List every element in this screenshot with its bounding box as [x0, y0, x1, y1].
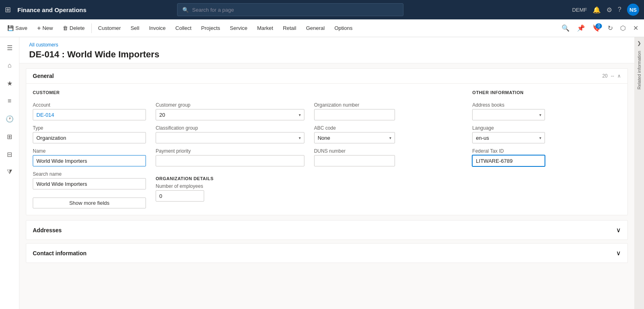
- avatar[interactable]: NS: [627, 4, 639, 16]
- addresses-title: Addresses: [33, 227, 62, 233]
- search-name-input[interactable]: [33, 178, 146, 189]
- chevron-left-icon[interactable]: ❯: [637, 40, 641, 46]
- retail-menu[interactable]: Retail: [279, 23, 300, 34]
- main-content: All customers DE-014 : World Wide Import…: [19, 37, 634, 309]
- search-icon: 🔍: [182, 7, 189, 13]
- app-title: Finance and Operations: [17, 6, 87, 13]
- refresh-icon[interactable]: ↻: [605, 23, 615, 34]
- delete-icon: 🗑: [63, 25, 68, 31]
- projects-menu[interactable]: Projects: [197, 23, 224, 34]
- open-external-icon[interactable]: ⬡: [618, 23, 628, 34]
- options-menu[interactable]: Options: [330, 23, 357, 34]
- other-info-label: OTHER INFORMATION: [472, 90, 621, 95]
- customer-section-label: CUSTOMER: [33, 90, 146, 95]
- search-name-field-group: Search name: [33, 171, 146, 189]
- search-bar[interactable]: 🔍: [177, 3, 403, 16]
- num-employees-label: Number of employees: [156, 183, 304, 189]
- middle-column-1: Customer group 20 ▾ Classification group: [156, 90, 304, 208]
- sidebar-history-icon[interactable]: 🕐: [2, 111, 17, 126]
- addresses-chevron-icon[interactable]: ∨: [616, 226, 621, 234]
- customer-menu[interactable]: Customer: [94, 23, 125, 34]
- language-select[interactable]: en-us ▾: [472, 132, 545, 143]
- type-input[interactable]: [33, 132, 146, 143]
- sidebar-home-icon[interactable]: ⌂: [2, 58, 17, 73]
- help-icon[interactable]: ?: [618, 6, 621, 13]
- apps-grid-icon[interactable]: ⊞: [5, 5, 11, 14]
- general-section: General 20 -- ∧ CUSTOMER Account: [26, 68, 628, 215]
- payment-priority-input[interactable]: [156, 155, 304, 166]
- federal-tax-id-label: Federal Tax ID: [472, 148, 621, 154]
- search-name-label: Search name: [33, 171, 146, 177]
- save-button[interactable]: 💾 Save: [3, 23, 32, 34]
- delete-button[interactable]: 🗑 Delete: [59, 23, 89, 34]
- addresses-section: Addresses ∨: [26, 220, 628, 240]
- sidebar-star-icon[interactable]: ★: [2, 76, 17, 90]
- user-label: DEMF: [572, 7, 587, 13]
- customer-group-select[interactable]: 20 ▾: [156, 109, 304, 120]
- contact-section: Contact information ∨: [26, 243, 628, 263]
- duns-number-input[interactable]: [314, 155, 395, 166]
- search-cmd-icon[interactable]: 🔍: [559, 23, 572, 34]
- classification-group-select[interactable]: ▾: [156, 132, 304, 143]
- settings-icon[interactable]: ⚙: [606, 6, 612, 14]
- num-employees-field-group: Number of employees: [156, 183, 304, 202]
- abc-code-field-group: ABC code None ▾: [314, 125, 463, 143]
- notification-icon[interactable]: 🔔: [593, 6, 601, 14]
- invoice-menu[interactable]: Invoice: [145, 23, 170, 34]
- payment-priority-field-group: Payment priority: [156, 148, 304, 166]
- section-header-right: 20 -- ∧: [602, 73, 621, 79]
- federal-tax-id-input[interactable]: [472, 155, 545, 166]
- main-layout: ☰ ⌂ ★ ≡ 🕐 ⊞ ⊟ ⧩ All customers DE-014 : W…: [0, 37, 644, 309]
- org-details-label: ORGANIZATION DETAILS: [156, 176, 304, 181]
- general-section-header[interactable]: General 20 -- ∧: [26, 69, 627, 84]
- right-panel[interactable]: ❯ Related information: [634, 37, 644, 309]
- bookmark-icon[interactable]: 🔖0: [590, 23, 603, 34]
- num-employees-input[interactable]: [156, 190, 204, 202]
- duns-number-field-group: DUNS number: [314, 148, 463, 166]
- new-button[interactable]: + New: [33, 22, 57, 34]
- abc-code-select[interactable]: None ▾: [314, 132, 395, 143]
- abc-code-label: ABC code: [314, 125, 463, 131]
- service-menu[interactable]: Service: [226, 23, 251, 34]
- collapse-icon[interactable]: ∧: [617, 73, 621, 79]
- section-count: 20: [602, 73, 608, 79]
- collect-menu[interactable]: Collect: [171, 23, 196, 34]
- org-number-input[interactable]: [314, 109, 395, 120]
- top-nav-right: DEMF 🔔 ⚙ ? NS: [572, 4, 639, 16]
- command-bar-right: 🔍 📌 🔖0 ↻ ⬡ ✕: [559, 23, 641, 34]
- account-field-group: Account: [33, 102, 146, 120]
- sell-menu[interactable]: Sell: [127, 23, 144, 34]
- name-label: Name: [33, 148, 146, 154]
- address-books-field-group: Address books ▾: [472, 102, 621, 120]
- page-title: DE-014 : World Wide Importers: [29, 49, 625, 60]
- customer-group-label: Customer group: [156, 102, 304, 108]
- general-menu[interactable]: General: [302, 23, 329, 34]
- market-menu[interactable]: Market: [253, 23, 277, 34]
- name-input[interactable]: [33, 155, 146, 166]
- sidebar-menu-icon[interactable]: ≡: [2, 94, 17, 108]
- sidebar-collapse-icon[interactable]: ☰: [2, 40, 17, 55]
- breadcrumb[interactable]: All customers: [29, 42, 625, 48]
- pin-icon[interactable]: 📌: [574, 23, 587, 34]
- contact-chevron-icon[interactable]: ∨: [616, 249, 621, 257]
- search-input[interactable]: [192, 7, 398, 13]
- sidebar-list-icon[interactable]: ⊟: [2, 147, 17, 162]
- language-field-group: Language en-us ▾: [472, 125, 621, 143]
- show-more-button[interactable]: Show more fields: [33, 198, 146, 208]
- filter-icon[interactable]: ⧩: [2, 165, 17, 179]
- general-section-title: General: [33, 73, 54, 79]
- close-icon[interactable]: ✕: [631, 23, 641, 34]
- addresses-header[interactable]: Addresses ∨: [26, 221, 627, 240]
- org-number-field-group: Organization number: [314, 102, 463, 120]
- form-columns: CUSTOMER Account Type Name: [33, 90, 621, 208]
- sidebar-grid-icon[interactable]: ⊞: [2, 129, 17, 144]
- contact-header[interactable]: Contact information ∨: [26, 244, 627, 263]
- contact-title: Contact information: [33, 250, 87, 256]
- save-icon: 💾: [7, 25, 14, 31]
- top-nav: ⊞ Finance and Operations 🔍 DEMF 🔔 ⚙ ? NS: [0, 0, 644, 19]
- address-books-select[interactable]: ▾: [472, 109, 545, 120]
- org-number-label: Organization number: [314, 102, 463, 108]
- new-icon: +: [37, 25, 41, 32]
- federal-tax-id-field-group: Federal Tax ID: [472, 148, 621, 166]
- account-input[interactable]: [33, 109, 146, 120]
